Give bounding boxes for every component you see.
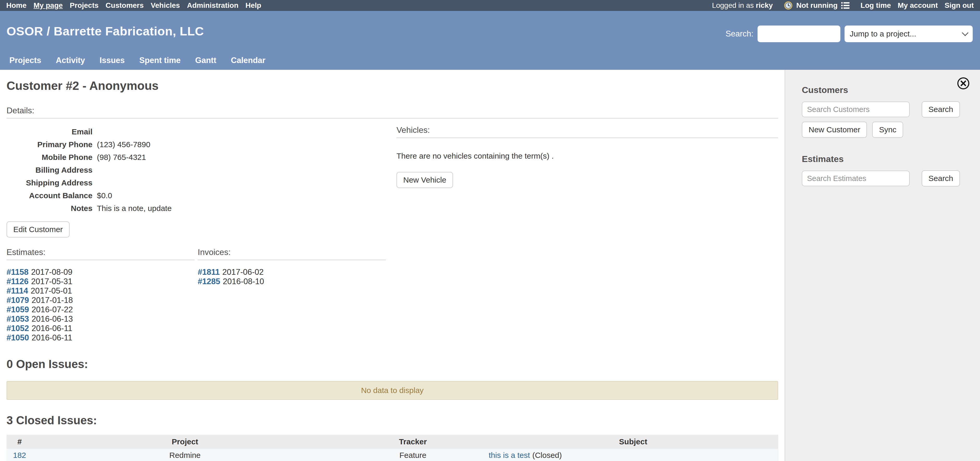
customers-actions-row: New Customer Sync	[802, 122, 970, 138]
vehicles-divider	[396, 138, 778, 138]
estimate-link[interactable]: #1059	[6, 305, 29, 314]
estimate-date: 2016-06-11	[32, 324, 72, 333]
issue-status: (Closed)	[532, 451, 562, 459]
estimates-divider	[6, 260, 195, 260]
estimates-list: #11582017-08-09 #11262017-05-31 #1114201…	[6, 267, 195, 342]
page-header-title: OSOR / Barrette Fabrication, LLC	[6, 24, 204, 38]
estimate-link[interactable]: #1079	[6, 296, 29, 305]
search-customers-input[interactable]	[802, 102, 910, 117]
estimate-date: 2016-06-11	[32, 333, 72, 342]
search-customers-button[interactable]: Search	[922, 101, 960, 118]
invoices-column: Invoices: #18112017-06-02 #12852016-08-1…	[198, 248, 386, 342]
page-title: Customer #2 - Anonymous	[6, 79, 778, 93]
estimate-link[interactable]: #1053	[6, 314, 29, 323]
invoices-list: #18112017-06-02 #12852016-08-10	[198, 267, 386, 286]
top-menu-item[interactable]: My page	[33, 1, 63, 10]
search-estimates-button[interactable]: Search	[922, 170, 960, 186]
sync-button[interactable]: Sync	[872, 122, 903, 138]
estimate-link[interactable]: #1050	[6, 333, 29, 342]
invoice-date: 2017-06-02	[223, 267, 264, 277]
top-menu-item[interactable]: Home	[6, 1, 27, 10]
estimate-item: #11582017-08-09	[6, 267, 195, 277]
tab[interactable]: Calendar	[231, 56, 266, 70]
detail-row: Account Balance $0.0	[6, 189, 391, 202]
tab[interactable]: Spent time	[139, 56, 181, 70]
no-data-text: No data to display	[361, 386, 423, 395]
estimate-link[interactable]: #1052	[6, 324, 29, 333]
detail-value	[92, 164, 97, 176]
estimate-link[interactable]: #1126	[6, 277, 29, 286]
detail-value: (123) 456-7890	[92, 138, 150, 151]
main-content: Customer #2 - Anonymous Details: Email P…	[0, 70, 784, 461]
username: ricky	[756, 1, 773, 10]
invoices-divider	[198, 260, 386, 260]
estimate-date: 2016-06-13	[32, 314, 73, 323]
invoice-link[interactable]: #1285	[198, 277, 220, 286]
account-link[interactable]: Log time	[861, 1, 891, 10]
timer-clock-icon[interactable]	[784, 1, 793, 10]
tab[interactable]: Issues	[100, 56, 125, 70]
estimate-date: 2017-01-18	[32, 296, 73, 305]
tab[interactable]: Gantt	[195, 56, 216, 70]
project-jump-select[interactable]: Jump to a project...	[845, 25, 973, 42]
no-data-banner: No data to display	[6, 381, 778, 400]
issue-id-link[interactable]: 182	[13, 451, 26, 459]
tab[interactable]: Projects	[10, 56, 41, 70]
account-link[interactable]: Sign out	[945, 1, 974, 10]
estimate-item: #10592016-07-22	[6, 305, 195, 314]
col-header-tracker: Tracker	[337, 435, 488, 449]
documents-row: Estimates: #11582017-08-09 #11262017-05-…	[6, 248, 391, 342]
issue-subject-link[interactable]: this is a test	[489, 451, 530, 459]
search-label: Search:	[725, 29, 753, 38]
detail-value	[92, 125, 97, 138]
timer-list-icon[interactable]	[841, 2, 850, 9]
top-menu-item[interactable]: Help	[245, 1, 261, 10]
close-sidebar-icon[interactable]	[956, 76, 970, 90]
estimate-item: #10522016-06-11	[6, 324, 195, 333]
sidebar-estimates-heading: Estimates	[802, 154, 970, 164]
details-columns: Email Primary Phone (123) 456-7890 Mobil…	[6, 125, 778, 342]
top-menu-item[interactable]: Administration	[187, 1, 239, 10]
issue-row: 182 Redmine Feature this is a test(Close…	[6, 449, 778, 461]
invoice-item: #18112017-06-02	[198, 267, 386, 277]
estimate-link[interactable]: #1114	[6, 286, 28, 296]
logged-in-as: Logged in as ricky	[712, 1, 773, 10]
estimate-date: 2016-07-22	[32, 305, 73, 314]
details-section-label: Details:	[6, 106, 778, 115]
top-menu-item[interactable]: Vehicles	[151, 1, 180, 10]
search-input[interactable]	[757, 25, 840, 42]
closed-issues-table: # Project Tracker Subject 182 Redmine Fe…	[6, 435, 778, 461]
estimate-item: #10502016-06-11	[6, 333, 195, 342]
invoice-item: #12852016-08-10	[198, 277, 386, 286]
detail-value	[92, 176, 97, 189]
estimate-item: #10532016-06-13	[6, 314, 195, 324]
new-customer-button[interactable]: New Customer	[802, 122, 867, 138]
col-header-subject: Subject	[488, 435, 778, 449]
edit-customer-button[interactable]: Edit Customer	[6, 221, 70, 237]
timer-status: Not running	[796, 1, 838, 10]
account-link[interactable]: My account	[898, 1, 938, 10]
detail-row: Mobile Phone (98) 765-4321	[6, 151, 391, 164]
detail-value: $0.0	[92, 189, 112, 202]
estimate-item: #11262017-05-31	[6, 277, 195, 286]
new-vehicle-button[interactable]: New Vehicle	[396, 172, 453, 188]
detail-value: This is a note, update	[92, 202, 172, 215]
vehicles-column: Vehicles: There are no vehicles containi…	[396, 125, 778, 342]
detail-row: Primary Phone (123) 456-7890	[6, 138, 391, 151]
top-menu-item[interactable]: Customers	[105, 1, 143, 10]
closed-issues-heading: 3 Closed Issues:	[6, 414, 778, 427]
tab[interactable]: Activity	[56, 56, 85, 70]
estimates-column: Estimates: #11582017-08-09 #11262017-05-…	[6, 248, 195, 342]
detail-row: Email	[6, 125, 391, 138]
main-tabs: Projects Activity Issues Spent time Gant…	[10, 56, 266, 70]
detail-label: Primary Phone	[6, 138, 92, 151]
top-menu-item[interactable]: Projects	[70, 1, 99, 10]
sidebar-customers-heading: Customers	[802, 85, 970, 95]
estimate-link[interactable]: #1158	[6, 267, 29, 277]
search-estimates-input[interactable]	[802, 171, 910, 186]
invoice-link[interactable]: #1811	[198, 267, 220, 277]
open-issues-heading: 0 Open Issues:	[6, 358, 778, 370]
issue-project[interactable]: Redmine	[169, 451, 200, 459]
col-header-id: #	[6, 435, 33, 449]
estimate-date: 2017-05-31	[31, 277, 73, 286]
